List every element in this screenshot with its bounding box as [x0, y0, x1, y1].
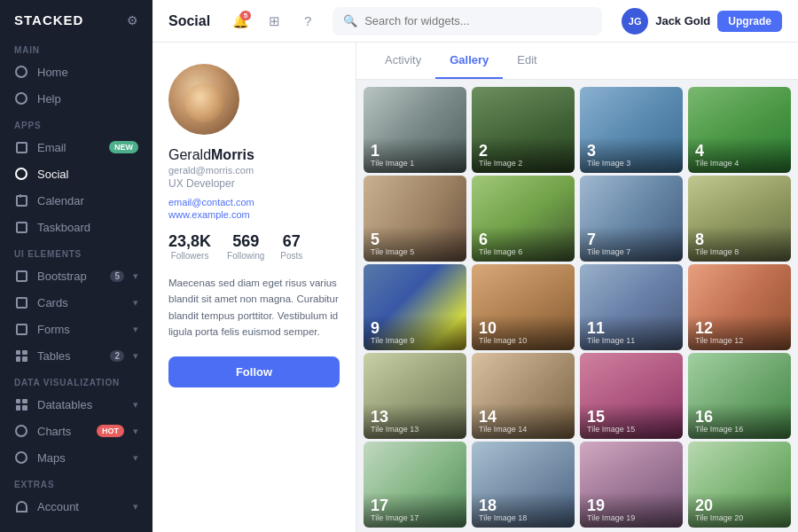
tile-overlay: 6 Tile Image 6 — [472, 226, 575, 262]
stat-followers: 23,8K Followers — [168, 232, 211, 261]
search-input[interactable] — [364, 14, 591, 27]
sidebar-item-label: Calendar — [37, 194, 138, 207]
tab-edit[interactable]: Edit — [503, 43, 551, 79]
tile[interactable]: 9 Tile Image 9 — [364, 264, 466, 350]
section-label-dataviz: Data Visualization — [0, 369, 153, 391]
chevron-down-icon: ▾ — [133, 270, 138, 282]
tile[interactable]: 20 Tile Image 20 — [688, 442, 791, 528]
tile[interactable]: 4 Tile Image 4 — [688, 87, 791, 173]
sidebar-item-home[interactable]: Home — [0, 59, 153, 85]
sidebar-item-cards[interactable]: Cards ▾ — [0, 289, 153, 316]
tile[interactable]: 14 Tile Image 14 — [472, 353, 575, 439]
sidebar-item-calendar[interactable]: Calendar — [0, 187, 153, 214]
sidebar-item-label: Taskboard — [37, 221, 138, 234]
grid-icon[interactable]: ⊞ — [262, 9, 286, 34]
tile-label: Tile Image 20 — [695, 513, 784, 522]
new-badge: NEW — [109, 141, 138, 153]
followers-label: Followers — [171, 251, 209, 261]
sidebar-item-account[interactable]: Account ▾ — [0, 493, 153, 520]
tile-number: 20 — [695, 497, 784, 513]
follow-button[interactable]: Follow — [168, 356, 340, 387]
tile[interactable]: 16 Tile Image 16 — [688, 353, 791, 439]
upgrade-button[interactable]: Upgrade — [717, 11, 782, 32]
tile[interactable]: 6 Tile Image 6 — [472, 176, 575, 262]
tile[interactable]: 2 Tile Image 2 — [472, 87, 575, 173]
profile-website[interactable]: www.example.com — [168, 209, 250, 220]
page-title: Social — [168, 13, 210, 29]
chevron-down-icon: ▾ — [133, 452, 138, 464]
tile-label: Tile Image 17 — [371, 513, 459, 522]
num-badge: 5 — [110, 270, 124, 282]
sidebar-item-help[interactable]: Help — [0, 85, 153, 112]
notif-badge: 5 — [240, 11, 251, 20]
tile-label: Tile Image 8 — [695, 247, 784, 256]
hot-badge: HOT — [97, 425, 124, 437]
stat-following: 569 Following — [227, 232, 264, 261]
tile-number: 11 — [587, 320, 676, 336]
tile-number: 17 — [371, 497, 459, 513]
tile-number: 10 — [479, 320, 567, 336]
sidebar-item-label: Tables — [37, 349, 101, 363]
tab-activity[interactable]: Activity — [371, 43, 435, 79]
profile-email[interactable]: email@contact.com — [168, 197, 254, 207]
section-label-apps: Apps — [0, 112, 153, 134]
tile[interactable]: 13 Tile Image 13 — [364, 353, 466, 439]
tile[interactable]: 19 Tile Image 19 — [580, 442, 683, 528]
tab-gallery[interactable]: Gallery — [435, 43, 503, 79]
sidebar-item-maps[interactable]: Maps ▾ — [0, 444, 153, 471]
cards-icon — [14, 295, 28, 309]
tile-overlay: 2 Tile Image 2 — [472, 137, 575, 173]
tile[interactable]: 11 Tile Image 11 — [580, 264, 683, 350]
tile-overlay: 18 Tile Image 18 — [472, 492, 575, 528]
maps-icon — [14, 450, 28, 465]
profile-avatar — [168, 64, 239, 135]
sidebar-item-label: Datatables — [37, 398, 124, 411]
bootstrap-icon — [14, 269, 28, 283]
tile-number: 3 — [587, 143, 676, 159]
tile[interactable]: 3 Tile Image 3 — [580, 87, 683, 173]
sidebar: STACKED ⚙ Main Home Help Apps Email NEW … — [0, 0, 153, 532]
tile[interactable]: 8 Tile Image 8 — [688, 176, 791, 262]
sidebar-item-social[interactable]: Social — [0, 160, 153, 187]
tile-number: 9 — [371, 320, 459, 336]
sidebar-item-label: Charts — [37, 425, 88, 438]
forms-icon — [14, 322, 28, 336]
account-icon — [14, 499, 28, 513]
tile-overlay: 5 Tile Image 5 — [364, 226, 466, 262]
tile-overlay: 3 Tile Image 3 — [580, 137, 683, 173]
profile-username: gerald@morris.com — [168, 165, 254, 176]
help-circle-icon[interactable]: ? — [295, 9, 320, 34]
sidebar-item-label: Social — [37, 168, 138, 181]
tile[interactable]: 12 Tile Image 12 — [688, 264, 791, 350]
tile-label: Tile Image 5 — [371, 247, 459, 256]
tile[interactable]: 18 Tile Image 18 — [472, 442, 575, 528]
tile-label: Tile Image 19 — [587, 513, 676, 522]
sidebar-item-label: Email — [37, 141, 100, 154]
home-icon — [14, 65, 28, 79]
tile-number: 19 — [587, 497, 676, 513]
tile[interactable]: 17 Tile Image 17 — [364, 442, 466, 528]
tile-overlay: 10 Tile Image 10 — [472, 315, 575, 350]
gallery-grid: 1 Tile Image 1 2 Tile Image 2 3 Tile Ima… — [356, 80, 798, 532]
topbar: Social 🔔5 ⊞ ? 🔍 JG Jack Gold Upgrade — [153, 0, 798, 43]
tile-number: 18 — [479, 497, 567, 513]
sidebar-item-email[interactable]: Email NEW — [0, 134, 153, 160]
tile[interactable]: 10 Tile Image 10 — [472, 264, 575, 350]
sidebar-item-taskboard[interactable]: Taskboard — [0, 214, 153, 240]
sidebar-item-charts[interactable]: Charts HOT ▾ — [0, 418, 153, 444]
following-label: Following — [227, 251, 264, 261]
sidebar-item-forms[interactable]: Forms ▾ — [0, 316, 153, 342]
posts-label: Posts — [280, 251, 302, 261]
tile[interactable]: 5 Tile Image 5 — [364, 176, 466, 262]
tile[interactable]: 15 Tile Image 15 — [580, 353, 683, 439]
settings-icon[interactable]: ⚙ — [127, 13, 138, 27]
sidebar-item-bootstrap[interactable]: Bootstrap 5 ▾ — [0, 262, 153, 289]
tile[interactable]: 1 Tile Image 1 — [364, 87, 466, 173]
tables-icon — [14, 348, 28, 363]
notification-icon[interactable]: 🔔5 — [228, 9, 253, 34]
tile-number: 8 — [695, 231, 784, 247]
tile-label: Tile Image 15 — [587, 425, 676, 434]
sidebar-item-tables[interactable]: Tables 2 ▾ — [0, 342, 153, 369]
tile[interactable]: 7 Tile Image 7 — [580, 176, 683, 262]
sidebar-item-datatables[interactable]: Datatables ▾ — [0, 391, 153, 418]
